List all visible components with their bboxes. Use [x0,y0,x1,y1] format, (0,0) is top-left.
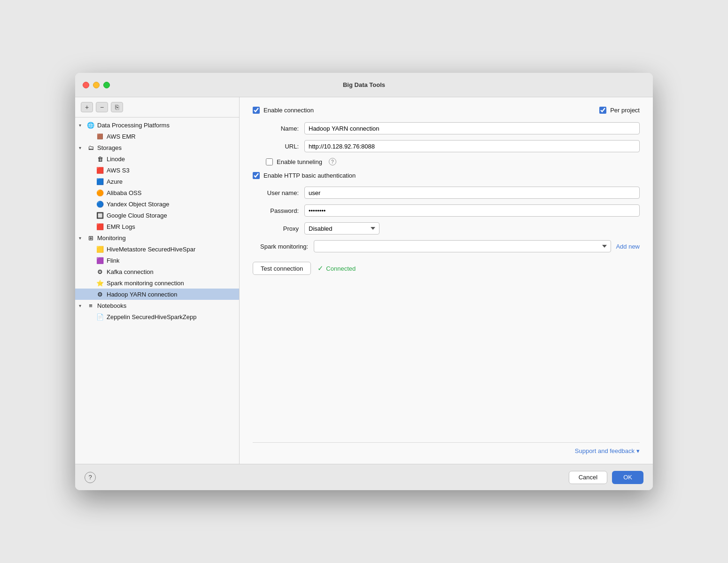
sidebar-item-aws-emr[interactable]: 🟫 AWS EMR [75,131,239,142]
footer-right: Cancel OK [569,471,643,484]
sidebar-item-label: Kafka connection [107,268,154,275]
sidebar-item-azure[interactable]: 🟦 Azure [75,176,239,187]
sidebar-item-yandex[interactable]: 🔵 Yandex Object Storage [75,198,239,210]
enable-connection-label: Enable connection [263,107,314,114]
sidebar-item-label: Yandex Object Storage [107,201,169,208]
flink-icon: 🟪 [96,256,104,265]
enable-tunneling-checkbox[interactable] [266,158,273,165]
tunneling-row: Enable tunneling ? [253,158,640,165]
aws-emr-icon: 🟫 [96,132,104,141]
ok-button[interactable]: OK [612,471,643,484]
aws-s3-icon: 🟥 [96,166,104,174]
enable-http-checkbox[interactable] [253,172,260,179]
username-input[interactable] [304,187,640,199]
sidebar: + − ⎘ ▾ 🌐 Data Processing Platforms 🟫 AW… [75,97,240,464]
enable-connection-group: Enable connection [253,107,314,114]
sidebar-item-label: Google Cloud Storage [107,212,167,219]
gcs-icon: 🔲 [96,211,104,219]
password-label: Password: [253,207,304,214]
close-button[interactable] [83,82,89,88]
sidebar-item-aws-s3[interactable]: 🟥 AWS S3 [75,164,239,176]
linode-icon: 🗑 [96,155,104,163]
sidebar-item-linode[interactable]: 🗑 Linode [75,153,239,164]
spark-monitoring-row: Spark monitoring: Add new [253,240,640,252]
sidebar-item-label: Zeppelin SecuredHiveSparkZepp [107,313,197,321]
sidebar-item-hivemetastore[interactable]: 🟨 HiveMetastore SecuredHiveSpar [75,243,239,255]
sidebar-item-monitoring[interactable]: ▾ ⊞ Monitoring [75,232,239,243]
support-section: Support and feedback ▾ [253,442,640,454]
hadoop-icon: ⚙ [96,290,104,298]
remove-button[interactable]: − [96,102,108,112]
password-row: Password: [253,204,640,217]
chevron-down-icon: ▾ [636,447,640,454]
sidebar-item-label: Notebooks [97,302,126,309]
emr-logs-icon: 🟥 [96,222,104,231]
sidebar-item-hadoop-yarn[interactable]: ⚙ Hadoop YARN connection [75,289,239,300]
notebooks-icon: ≡ [86,301,95,310]
sidebar-item-emr-logs[interactable]: 🟥 EMR Logs [75,221,239,232]
sidebar-item-label: Storages [97,144,122,151]
sidebar-item-storages[interactable]: ▾ 🗂 Storages [75,142,239,153]
top-options-row: Enable connection Per project [253,107,640,114]
cancel-button[interactable]: Cancel [569,471,607,484]
window-title: Big Data Tools [343,81,385,88]
sidebar-item-zeppelin[interactable]: 📄 Zeppelin SecuredHiveSparkZepp [75,311,239,322]
platform-icon: 🌐 [86,121,95,129]
url-row: URL: [253,140,640,152]
name-row: Name: [253,122,640,134]
spark-icon: ⭐ [96,279,104,287]
test-connection-button[interactable]: Test connection [253,262,311,275]
enable-http-label: Enable HTTP basic authentication [263,172,356,179]
titlebar: Big Data Tools [75,73,653,97]
url-label: URL: [253,143,304,150]
checkmark-icon: ✓ [318,264,324,273]
footer: ? Cancel OK [75,464,653,490]
minimize-button[interactable] [93,82,100,88]
sidebar-item-label: Linode [107,156,125,163]
tunneling-help-icon[interactable]: ? [329,158,336,165]
sidebar-item-label: AWS EMR [107,133,136,140]
arrow-icon: ▾ [79,235,85,241]
connected-status: ✓ Connected [318,264,356,273]
azure-icon: 🟦 [96,177,104,186]
name-input[interactable] [304,122,640,134]
sidebar-item-label: EMR Logs [107,223,135,230]
sidebar-item-label: AWS S3 [107,167,130,174]
per-project-checkbox[interactable] [599,107,606,114]
username-label: User name: [253,189,304,196]
spark-monitoring-select[interactable] [314,240,611,252]
zeppelin-icon: 📄 [96,313,104,321]
sidebar-item-spark-monitoring[interactable]: ⭐ Spark monitoring connection [75,277,239,289]
sidebar-item-alibaba-oss[interactable]: 🟠 Alibaba OSS [75,187,239,198]
monitoring-icon: ⊞ [86,234,95,242]
yandex-icon: 🔵 [96,200,104,208]
add-button[interactable]: + [81,102,93,112]
name-label: Name: [253,125,304,132]
proxy-row: Proxy Disabled System Manual [253,222,640,235]
sidebar-item-flink[interactable]: 🟪 Flink [75,255,239,266]
content-area: + − ⎘ ▾ 🌐 Data Processing Platforms 🟫 AW… [75,97,653,464]
password-input[interactable] [304,204,640,217]
support-feedback-link[interactable]: Support and feedback ▾ [575,447,640,454]
sidebar-item-data-processing-platforms[interactable]: ▾ 🌐 Data Processing Platforms [75,119,239,131]
sidebar-item-label: Hadoop YARN connection [107,291,178,298]
sidebar-item-notebooks[interactable]: ▾ ≡ Notebooks [75,300,239,311]
url-input[interactable] [304,140,640,152]
sidebar-item-google-cloud-storage[interactable]: 🔲 Google Cloud Storage [75,210,239,221]
proxy-select[interactable]: Disabled System Manual [304,222,379,235]
footer-left: ? [85,472,96,483]
enable-connection-checkbox[interactable] [253,107,260,114]
http-auth-group: Enable HTTP basic authentication [253,172,356,179]
main-window: Big Data Tools + − ⎘ ▾ 🌐 Data Processing… [75,73,653,490]
arrow-icon: ▾ [79,145,85,150]
sidebar-item-kafka[interactable]: ⚙ Kafka connection [75,266,239,277]
spark-monitoring-label: Spark monitoring: [253,243,314,250]
sidebar-tree: ▾ 🌐 Data Processing Platforms 🟫 AWS EMR … [75,117,239,464]
sidebar-toolbar: + − ⎘ [75,97,239,117]
kafka-icon: ⚙ [96,267,104,276]
main-panel: Enable connection Per project Name: URL: [240,97,653,464]
add-new-link[interactable]: Add new [616,243,640,250]
copy-button[interactable]: ⎘ [111,102,123,112]
maximize-button[interactable] [103,82,110,88]
help-button[interactable]: ? [85,472,96,483]
